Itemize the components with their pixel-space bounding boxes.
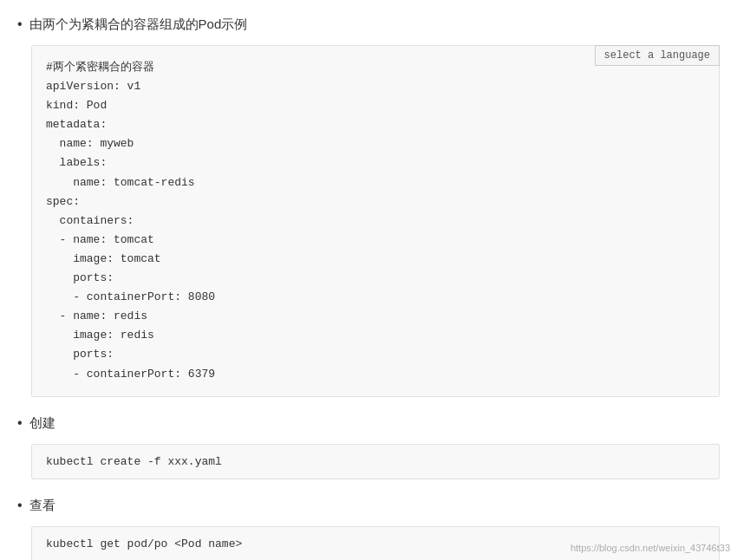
create-title: 创建: [29, 413, 55, 433]
create-section: • 创建 kubectl create -f xxx.yaml: [17, 413, 720, 479]
pod-example-code-wrapper: select a language #两个紧密耦合的容器 apiVersion:…: [31, 45, 720, 397]
watermark: https://blog.csdn.net/weixin_43746t33: [571, 543, 730, 553]
view-title: 查看: [29, 495, 55, 516]
pod-example-title: 由两个为紧耦合的容器组成的Pod示例: [29, 14, 248, 35]
bullet-point: •: [17, 495, 23, 516]
pod-example-section: • 由两个为紧耦合的容器组成的Pod示例 select a language #…: [17, 14, 720, 397]
bullet-point: •: [17, 14, 23, 35]
pod-example-bullet-item: • 由两个为紧耦合的容器组成的Pod示例: [17, 14, 720, 35]
view-bullet-item: • 查看: [17, 495, 720, 516]
select-language-button[interactable]: select a language: [595, 45, 720, 66]
create-bullet-item: • 创建: [17, 413, 720, 433]
bullet-point: •: [17, 413, 23, 433]
create-code: kubectl create -f xxx.yaml: [31, 444, 720, 479]
pod-example-code: #两个紧密耦合的容器 apiVersion: v1 kind: Pod meta…: [32, 46, 719, 396]
